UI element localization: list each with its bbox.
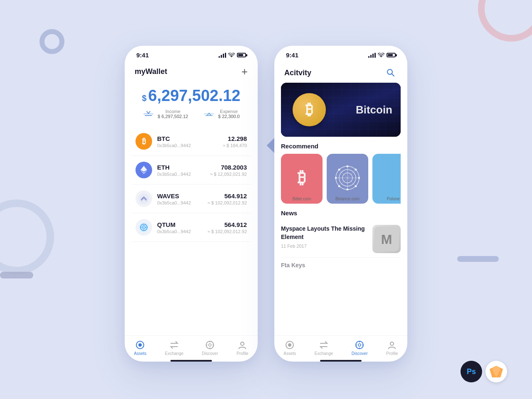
svg-rect-1 [204,113,214,114]
bg-decoration-rect-br [457,256,499,262]
qtum-addr: 0x3b5ca0...9442 [157,229,207,234]
exchange-icon-2 [319,340,329,350]
battery-icon-2 [387,53,396,57]
btc-usd: ≈ $ 184,470 [223,143,247,148]
nav-exchange-label-1: Exchange [165,351,183,356]
eth-icon [135,162,152,178]
banner-coin: ₿ [293,93,326,126]
signal-icon-1 [219,53,226,58]
activity-content: Acitvity ₿ Bitcoin [274,62,407,362]
expense-stat: Expense $ 22,300.0 [203,109,240,119]
discover-icon-2 [355,340,365,350]
qtum-amount: 564.912 [207,221,247,228]
crypto-item-eth[interactable]: ETH 0x3b5ca0...9442 708.2003 ≈ $ 12,092,… [131,156,251,185]
activity-header: Acitvity [274,62,407,83]
waves-usd: ≈ $ 102,092,012.92 [207,200,247,205]
svg-point-35 [355,185,357,187]
btc-addr: 0x3b5ca0...9442 [157,143,223,148]
status-time-1: 9:41 [136,52,149,59]
nav-exchange-1[interactable]: Exchange [165,340,183,356]
balance-amount: $ 6,297,502.12 [135,87,248,105]
svg-line-20 [392,74,394,76]
assets-icon-2 [285,340,295,350]
add-button[interactable]: + [241,66,248,77]
btc-icon: ₿ [135,133,152,150]
svg-point-13 [209,344,211,346]
profile-icon-2 [387,340,397,350]
nav-profile-1[interactable]: Profile [236,340,248,356]
svg-point-19 [387,69,392,74]
eth-amount: 708.2003 [210,164,247,171]
income-stat: Income $ 6,297,502.12 [143,109,188,119]
nav-discover-1[interactable]: Discover [202,340,218,356]
bg-decoration-circle-tl [39,29,64,54]
tool-logos: Ps [461,361,507,382]
news-title: News [281,209,401,217]
news-item-1[interactable]: Myspace Layouts The Missing Element 11 F… [281,221,401,258]
crypto-item-btc[interactable]: ₿ BTC 0x3b5ca0...9442 12.298 ≈ $ 184,470 [131,127,251,156]
wallet-header: myWallet + [125,62,258,80]
news-title-1: Myspace Layouts The Missing Element [281,225,367,241]
polone-card-label: Polone [372,197,401,201]
qtum-info: QTUM 0x3b5ca0...9442 [157,221,207,234]
crypto-item-qtum[interactable]: QTUM 0x3b5ca0...9442 564.912 ≈ $ 102,092… [131,213,251,242]
recommend-card-bitcoin[interactable]: ₿ Bitter.com [281,154,323,204]
wallet-title: myWallet [135,67,167,76]
nav-profile-label-1: Profile [236,351,248,356]
balance-dollar: $ [142,94,146,103]
nav-assets-2[interactable]: Assets [283,340,296,356]
nav-discover-2[interactable]: Discover [352,340,368,356]
expense-label: Expense [218,109,240,114]
nav-exchange-2[interactable]: Exchange [315,340,333,356]
balance-stats: Income $ 6,297,502.12 [135,109,248,119]
waves-values: 564.912 ≈ $ 102,092,012.92 [207,192,247,205]
nav-profile-label-2: Profile [386,351,398,356]
featured-banner[interactable]: ₿ Bitcoin [281,83,401,137]
svg-point-41 [358,344,361,346]
qtum-usd: ≈ $ 102,092,012.92 [207,229,247,234]
income-value: $ 6,297,502.12 [158,114,188,119]
activity-nav: Assets Exchange [274,335,407,358]
activity-phone: 9:41 [274,46,407,362]
nav-assets-1[interactable]: Assets [134,340,146,356]
recommend-card-binance[interactable]: Binance.com [327,154,368,204]
qtum-icon [135,219,152,236]
waves-info: WAVES 0x3b5ca0...9442 [157,192,207,205]
banner-bg: ₿ Bitcoin [281,83,401,137]
nav-assets-label-1: Assets [134,351,146,356]
expense-value: $ 22,300.0 [218,114,240,119]
news-title-2: Fta Keys [281,262,401,268]
search-button[interactable] [384,66,397,79]
status-bar-1: 9:41 [125,46,258,62]
waves-name: WAVES [157,192,207,200]
svg-point-32 [338,169,340,171]
eth-values: 708.2003 ≈ $ 12,092,021.92 [210,164,247,177]
nav-discover-label-2: Discover [352,351,368,356]
news-date-1: 11 Feb 2017 [281,244,367,249]
binance-card-label: Binance.com [327,197,368,201]
profile-icon-1 [237,340,247,350]
svg-point-46 [390,342,394,345]
phones-wrapper: 9:41 [0,0,532,399]
nav-profile-2[interactable]: Profile [386,340,398,356]
expense-icon [203,110,215,118]
btc-info: BTC 0x3b5ca0...9442 [157,135,223,148]
waves-amount: 564.912 [207,192,247,200]
svg-point-31 [358,177,360,179]
qtum-name: QTUM [157,221,207,228]
btc-name: BTC [157,135,223,142]
btc-values: 12.298 ≈ $ 184,470 [223,135,247,148]
activity-title: Acitvity [284,69,311,77]
btc-amount: 12.298 [223,135,247,142]
svg-point-11 [138,343,142,347]
recommend-list: ₿ Bitter.com [281,154,401,204]
svg-point-30 [335,177,337,179]
exchange-icon-1 [169,340,179,350]
recommend-card-polone[interactable]: Polone [372,154,401,204]
wifi-icon-1 [228,53,235,58]
svg-point-34 [338,185,340,187]
svg-point-28 [347,165,349,167]
status-icons-2 [368,53,396,58]
bitcoin-card-label: Bitter.com [281,197,323,201]
crypto-item-waves[interactable]: WAVES 0x3b5ca0...9442 564.912 ≈ $ 102,09… [131,185,251,213]
